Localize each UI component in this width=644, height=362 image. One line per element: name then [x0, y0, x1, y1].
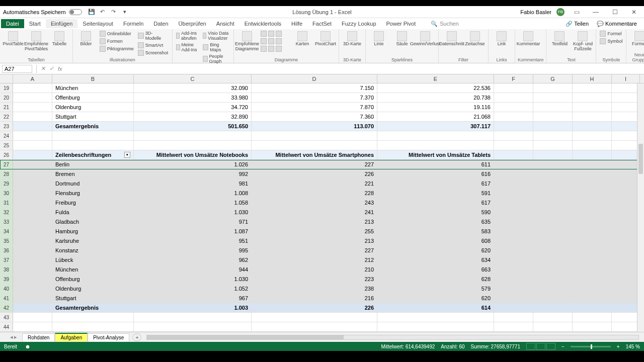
cell[interactable]: 616 — [377, 169, 494, 178]
shapes-button[interactable]: Formen — [99, 38, 135, 45]
cell[interactable]: 1.030 — [134, 208, 252, 217]
cell[interactable] — [573, 217, 612, 226]
cell[interactable]: 113.070 — [252, 122, 377, 131]
cell[interactable] — [494, 112, 533, 121]
cell[interactable] — [494, 103, 533, 112]
cell[interactable] — [573, 227, 612, 236]
cell[interactable] — [494, 217, 533, 226]
cell[interactable]: Karlsruhe — [52, 236, 134, 245]
table-row[interactable]: 24 — [0, 131, 644, 141]
table-row[interactable]: 33Gladbach971213635 — [0, 217, 644, 227]
chart-type-3[interactable] — [260, 45, 290, 52]
cell[interactable] — [13, 141, 52, 150]
cell[interactable]: München — [52, 83, 134, 93]
cell[interactable]: 213 — [252, 236, 377, 245]
cell[interactable] — [13, 198, 52, 207]
cell[interactable]: 501.650 — [134, 122, 252, 131]
cell[interactable] — [612, 236, 640, 245]
cell[interactable] — [13, 112, 52, 121]
cell[interactable]: 634 — [377, 255, 494, 264]
timeline-button[interactable]: Zeitachse — [464, 30, 486, 47]
cell[interactable] — [612, 313, 640, 322]
view-pagebreak-icon[interactable] — [546, 343, 555, 350]
cell[interactable] — [612, 255, 640, 264]
cell[interactable] — [134, 313, 252, 322]
tab-formeln[interactable]: Formeln — [118, 19, 148, 28]
tab-ueberpruefen[interactable]: Überprüfen — [174, 19, 211, 28]
cell[interactable]: 579 — [377, 284, 494, 293]
col-i[interactable]: I — [612, 74, 640, 83]
cell[interactable]: Mittelwert von Umsätze Tablets — [377, 150, 494, 159]
cell[interactable] — [612, 189, 640, 198]
newgroup-shapes-button[interactable]: Formen — [629, 30, 644, 47]
cell[interactable]: 7.370 — [252, 93, 377, 102]
cell[interactable]: 210 — [252, 265, 377, 274]
cell[interactable]: Berlin — [52, 160, 134, 169]
cell[interactable] — [13, 246, 52, 255]
sheet-aufgaben[interactable]: Aufgaben — [55, 333, 88, 341]
cell[interactable] — [377, 313, 494, 322]
cell[interactable]: 227 — [252, 246, 377, 255]
symbol-button[interactable]: Symbol — [599, 38, 623, 45]
tab-hilfe[interactable]: Hilfe — [286, 19, 307, 28]
cell[interactable] — [573, 198, 612, 207]
cell[interactable]: 620 — [377, 246, 494, 255]
cell[interactable]: 590 — [377, 208, 494, 217]
cell[interactable] — [13, 103, 52, 112]
cell[interactable] — [612, 169, 640, 178]
cell[interactable] — [134, 141, 252, 150]
share-button[interactable]: 🔗Teilen — [562, 20, 592, 28]
cell[interactable]: 212 — [252, 255, 377, 264]
cell[interactable] — [573, 294, 612, 303]
row-header[interactable]: 23 — [0, 122, 13, 131]
cell[interactable] — [573, 303, 612, 312]
enter-icon[interactable]: ✓ — [47, 65, 56, 72]
cell[interactable] — [494, 246, 533, 255]
cell[interactable] — [134, 131, 252, 140]
cell[interactable]: 32.890 — [134, 112, 252, 121]
zoom-out-icon[interactable]: − — [561, 344, 565, 349]
cell[interactable]: Oldenburg — [52, 103, 134, 112]
row-header[interactable]: 44 — [0, 322, 13, 331]
cell[interactable]: München — [52, 265, 134, 274]
cell[interactable] — [533, 189, 573, 198]
table-row[interactable]: 21Oldenburg34.7207.87019.116 — [0, 103, 644, 112]
cell[interactable] — [533, 275, 573, 284]
cell[interactable]: 221 — [252, 179, 377, 188]
cell[interactable] — [494, 275, 533, 284]
table-row[interactable]: 44 — [0, 322, 644, 332]
cell[interactable] — [377, 141, 494, 150]
cell[interactable]: Gladbach — [52, 217, 134, 226]
comments-button[interactable]: 💬Kommentare — [594, 20, 640, 28]
row-header[interactable]: 28 — [0, 169, 13, 178]
3dmodels-button[interactable]: 3D-Modelle — [137, 30, 170, 41]
cell[interactable] — [494, 255, 533, 264]
cell[interactable] — [13, 294, 52, 303]
col-f[interactable]: F — [494, 74, 533, 83]
cell[interactable] — [13, 275, 52, 284]
row-header[interactable]: 22 — [0, 112, 13, 121]
cell[interactable] — [494, 179, 533, 188]
slicer-button[interactable]: Datenschnitt — [441, 30, 462, 47]
cell[interactable] — [13, 179, 52, 188]
sparkline-winloss-button[interactable]: Gewinn/Verlust — [415, 30, 436, 47]
cell[interactable] — [573, 284, 612, 293]
cell[interactable] — [13, 227, 52, 236]
row-header[interactable]: 32 — [0, 208, 13, 217]
cell[interactable] — [13, 236, 52, 245]
cell[interactable]: Dortmund — [52, 179, 134, 188]
cell[interactable]: Oldenburg — [52, 284, 134, 293]
table-row[interactable]: 29Dortmund981221617 — [0, 179, 644, 189]
cell[interactable]: 591 — [377, 189, 494, 198]
cell[interactable] — [494, 131, 533, 140]
tab-datei[interactable]: Datei — [1, 19, 24, 28]
cell[interactable]: 216 — [252, 294, 377, 303]
cell[interactable] — [13, 189, 52, 198]
smartart-button[interactable]: SmartArt — [137, 42, 170, 49]
recommended-charts-button[interactable]: Empfohlene Diagramme — [236, 30, 258, 52]
cell[interactable] — [612, 284, 640, 293]
cell[interactable]: 1.052 — [134, 284, 252, 293]
qat-dropdown-icon[interactable]: ▾ — [121, 9, 128, 16]
cell[interactable] — [612, 217, 640, 226]
formula-input[interactable] — [64, 66, 644, 72]
